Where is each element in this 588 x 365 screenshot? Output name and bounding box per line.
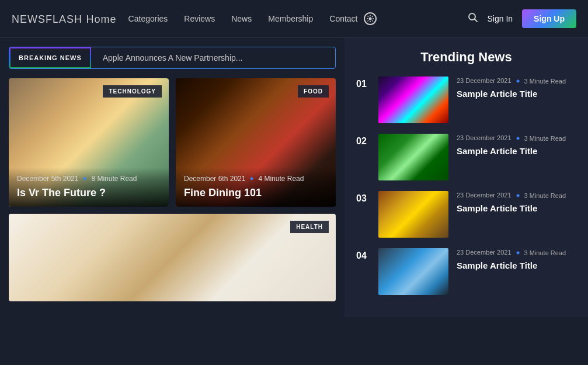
trend-readtime-3: 3 Minute Read <box>524 192 566 199</box>
category-badge-technology: TECHNOLOGY <box>103 85 162 98</box>
main-nav: Categories Reviews News Membership Conta… <box>128 12 468 25</box>
trend-dot-4: ◆ <box>516 250 520 255</box>
trend-number-4: 04 <box>356 248 370 261</box>
article-overlay-vr: December 5th 2021 ◆ 8 Minute Read Is Vr … <box>9 168 169 207</box>
articles-top: TECHNOLOGY December 5th 2021 ◆ 8 Minute … <box>9 78 336 207</box>
signup-button[interactable]: Sign Up <box>522 9 576 28</box>
trend-readtime-1: 3 Minute Read <box>524 78 566 85</box>
article-date-vr: December 5th 2021 <box>17 175 78 183</box>
search-icon[interactable] <box>468 12 478 26</box>
trend-info-2: 23 December 2021 ◆ 3 Minute Read Sample … <box>457 134 576 156</box>
right-sidebar: Trending News 01 23 December 2021 ◆ 3 Mi… <box>345 38 588 317</box>
article-readtime-vr: 8 Minute Read <box>91 175 137 183</box>
header: NEWSFLASH Home Categories Reviews News M… <box>0 0 588 38</box>
svg-line-6 <box>372 20 373 22</box>
trend-article-title-2: Sample Article Title <box>457 146 576 156</box>
trend-dot-3: ◆ <box>516 193 520 198</box>
article-readtime-dining: 4 Minute Read <box>258 175 304 183</box>
category-badge-food: FOOD <box>298 85 329 98</box>
main-container: BREAKING NEWS Apple Announces A New Part… <box>0 38 588 317</box>
trend-article-title-3: Sample Article Title <box>457 203 576 213</box>
trend-date-1: 23 December 2021 <box>457 77 512 85</box>
nav-contact-group: Contact <box>329 12 376 25</box>
nav-categories[interactable]: Categories <box>128 14 168 23</box>
meta-dot-dining: ◆ <box>250 176 253 181</box>
article-date-dining: December 6th 2021 <box>184 175 245 183</box>
trend-info-1: 23 December 2021 ◆ 3 Minute Read Sample … <box>457 77 576 99</box>
meta-dot-vr: ◆ <box>83 176 86 181</box>
article-card-health[interactable]: HEALTH <box>9 214 336 301</box>
logo[interactable]: NEWSFLASH Home <box>12 12 117 26</box>
left-content: BREAKING NEWS Apple Announces A New Part… <box>0 38 345 317</box>
trend-meta-2: 23 December 2021 ◆ 3 Minute Read <box>457 134 576 142</box>
trend-dot-2: ◆ <box>516 135 520 141</box>
trend-date-2: 23 December 2021 <box>457 134 512 142</box>
trend-date-3: 23 December 2021 <box>457 191 512 200</box>
article-card-vr[interactable]: TECHNOLOGY December 5th 2021 ◆ 8 Minute … <box>9 78 169 207</box>
article-meta-vr: December 5th 2021 ◆ 8 Minute Read <box>17 175 161 183</box>
trend-readtime-4: 3 Minute Read <box>524 249 566 256</box>
article-meta-dining: December 6th 2021 ◆ 4 Minute Read <box>184 175 328 183</box>
category-badge-health: HEALTH <box>290 221 329 233</box>
svg-line-10 <box>474 19 477 22</box>
article-title-dining: Fine Dining 101 <box>184 186 328 200</box>
svg-line-7 <box>372 16 373 18</box>
trend-dot-1: ◆ <box>516 78 520 84</box>
logo-sub: Home <box>86 13 117 25</box>
trend-image-2 <box>378 134 448 180</box>
svg-line-8 <box>367 20 368 22</box>
trending-item-4[interactable]: 04 23 December 2021 ◆ 3 Minute Read Samp… <box>356 248 576 295</box>
trending-title: Trending News <box>356 50 576 65</box>
trend-image-1 <box>378 77 448 123</box>
article-overlay-dining: December 6th 2021 ◆ 4 Minute Read Fine D… <box>176 168 336 207</box>
trend-image-3 <box>378 191 448 238</box>
breaking-news-bar: BREAKING NEWS Apple Announces A New Part… <box>9 47 336 69</box>
nav-membership[interactable]: Membership <box>268 14 313 23</box>
breaking-news-label: BREAKING NEWS <box>9 47 91 68</box>
trend-meta-3: 23 December 2021 ◆ 3 Minute Read <box>457 191 576 200</box>
trend-number-1: 01 <box>356 77 370 89</box>
signin-button[interactable]: Sign In <box>488 14 513 23</box>
trend-article-title-4: Sample Article Title <box>457 260 576 270</box>
trend-image-4 <box>378 248 448 295</box>
trending-item-1[interactable]: 01 23 December 2021 ◆ 3 Minute Read Samp… <box>356 77 576 123</box>
trend-number-3: 03 <box>356 191 370 204</box>
trend-info-4: 23 December 2021 ◆ 3 Minute Read Sample … <box>457 248 576 270</box>
trend-meta-1: 23 December 2021 ◆ 3 Minute Read <box>457 77 576 85</box>
trend-meta-4: 23 December 2021 ◆ 3 Minute Read <box>457 248 576 257</box>
svg-point-0 <box>368 18 371 20</box>
header-actions: Sign In Sign Up <box>468 9 576 28</box>
nav-reviews[interactable]: Reviews <box>184 14 215 23</box>
article-image-health <box>9 214 336 301</box>
trend-article-title-1: Sample Article Title <box>457 89 576 99</box>
trend-info-3: 23 December 2021 ◆ 3 Minute Read Sample … <box>457 191 576 213</box>
article-title-vr: Is Vr The Future ? <box>17 186 161 200</box>
nav-news[interactable]: News <box>231 14 252 23</box>
nav-contact[interactable]: Contact <box>329 14 357 23</box>
trend-date-4: 23 December 2021 <box>457 248 512 257</box>
trending-item-2[interactable]: 02 23 December 2021 ◆ 3 Minute Read Samp… <box>356 134 576 180</box>
breaking-news-text: Apple Announces A New Partnership... <box>91 53 243 62</box>
trend-number-2: 02 <box>356 134 370 147</box>
svg-line-5 <box>367 16 368 18</box>
theme-toggle-icon[interactable] <box>364 12 377 25</box>
trend-readtime-2: 3 Minute Read <box>524 135 566 142</box>
logo-main: NEWSFLASH <box>12 13 82 25</box>
article-card-dining[interactable]: FOOD December 6th 2021 ◆ 4 Minute Read F… <box>176 78 336 207</box>
trending-item-3[interactable]: 03 23 December 2021 ◆ 3 Minute Read Samp… <box>356 191 576 238</box>
